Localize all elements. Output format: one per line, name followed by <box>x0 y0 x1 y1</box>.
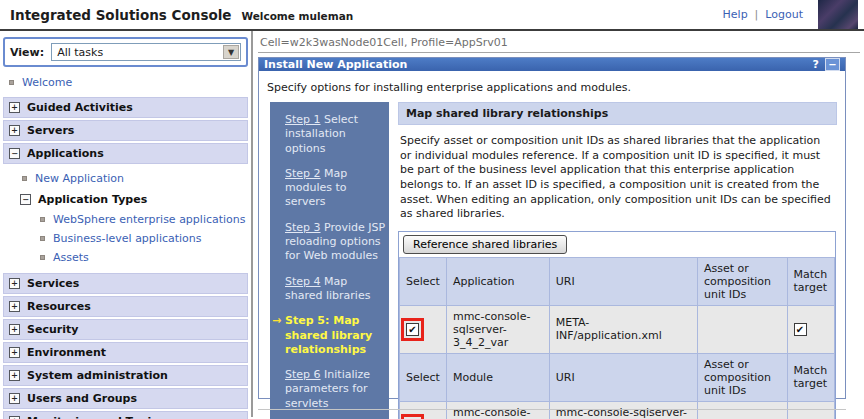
top-banner: Integrated Solutions Console Welcome mul… <box>0 0 864 31</box>
sidebar-section-monitoring-and-tuning[interactable]: + Monitoring and Tuning <box>3 411 248 419</box>
sidebar-item-business-level-applications[interactable]: Business-level applications <box>0 229 251 248</box>
panel-minimize-icon[interactable]: − <box>825 58 840 71</box>
wizard-steps-rail: Step 1 Select installation options Step … <box>270 102 389 419</box>
sidebar-item-label: Business-level applications <box>53 232 202 245</box>
shared-library-table-container: Reference shared libraries Select Applic… <box>398 231 836 419</box>
view-label: View: <box>10 46 44 59</box>
bullet-icon <box>40 217 45 222</box>
reference-shared-libraries-button[interactable]: Reference shared libraries <box>403 235 567 254</box>
column-header-asset-ids: Asset or composition unit IDs <box>697 353 787 401</box>
section-label: Resources <box>27 300 91 313</box>
sidebar-section-servers[interactable]: + Servers <box>3 120 248 141</box>
current-step-arrow-icon: → <box>272 314 285 357</box>
step-content: Map shared library relationships Specify… <box>398 102 837 419</box>
column-header-asset-ids: Asset or composition unit IDs <box>697 257 787 305</box>
expand-icon[interactable]: + <box>9 347 20 358</box>
sidebar-item-new-application[interactable]: New Application <box>0 168 251 189</box>
expand-icon[interactable]: + <box>9 393 20 404</box>
select-application-checkbox[interactable] <box>406 323 419 336</box>
expand-icon[interactable]: + <box>9 102 20 113</box>
step-marker <box>272 368 285 411</box>
install-new-application-panel: Install New Application ? − Specify opti… <box>258 57 846 399</box>
panel-help-icon[interactable]: ? <box>813 58 819 71</box>
table-header-row-module: Select Module URI Asset or composition u… <box>400 353 835 401</box>
asset-ids-cell <box>697 305 787 353</box>
applications-children: New Application − Application Types WebS… <box>0 166 251 271</box>
logout-link[interactable]: Logout <box>765 8 803 21</box>
section-label: Environment <box>27 346 106 359</box>
bullet-icon <box>22 176 27 181</box>
shared-library-table: Select Application URI Asset or composit… <box>399 257 835 419</box>
step-link[interactable]: Step 6 <box>285 368 321 381</box>
section-label: Applications <box>27 147 104 160</box>
sidebar-item-welcome[interactable]: Welcome <box>0 70 251 95</box>
view-selector-box: View: All tasks ▼ <box>3 37 248 67</box>
step-link[interactable]: Step 4 <box>285 275 321 288</box>
sidebar-section-guided-activities[interactable]: + Guided Activities <box>3 97 248 118</box>
step-description: Specify asset or composition unit IDs as… <box>400 134 835 222</box>
match-target-checkbox[interactable] <box>794 323 807 336</box>
application-name-cell: mmc-console-sqlserver-3_4_2_var <box>446 305 549 353</box>
step-4[interactable]: Step 4 Map shared libraries <box>272 275 386 304</box>
sidebar-item-websphere-enterprise-applications[interactable]: WebSphere enterprise applications <box>0 210 251 229</box>
view-dropdown-value: All tasks <box>57 46 103 59</box>
help-link[interactable]: Help <box>723 8 748 21</box>
sidebar-section-environment[interactable]: + Environment <box>3 342 248 363</box>
sidebar-section-services[interactable]: + Services <box>3 273 248 294</box>
step-6[interactable]: Step 6 Initialize parameters for servlet… <box>272 368 386 411</box>
step-marker <box>272 167 285 210</box>
column-header-match-target: Match target <box>787 353 834 401</box>
column-header-uri: URI <box>549 257 697 305</box>
column-header-application: Application <box>446 257 549 305</box>
asset-ids-cell <box>697 401 787 419</box>
bullet-icon <box>40 236 45 241</box>
match-target-cell <box>787 401 834 419</box>
brand-banner-image <box>818 0 858 29</box>
step-3[interactable]: Step 3 Provide JSP reloading options for… <box>272 221 386 264</box>
step-content-heading: Map shared library relationships <box>398 102 837 125</box>
step-link[interactable]: Step 3 <box>285 221 321 234</box>
step-2[interactable]: Step 2 Map modules to servers <box>272 167 386 210</box>
section-label: Services <box>27 277 79 290</box>
expand-icon[interactable]: + <box>9 301 20 312</box>
sidebar-section-users-and-groups[interactable]: + Users and Groups <box>3 388 248 409</box>
banner-right: Help | Logout <box>723 0 864 29</box>
table-toolbar: Reference shared libraries <box>399 232 835 257</box>
step-5-current: → Step 5: Map shared library relationshi… <box>272 314 386 357</box>
sidebar-item-assets[interactable]: Assets <box>0 248 251 267</box>
dropdown-arrow-icon[interactable]: ▼ <box>223 45 239 59</box>
column-header-match-target: Match target <box>787 257 834 305</box>
table-row-module: mmc-console-sqlserver-3.4.2.var mmc-cons… <box>400 401 835 419</box>
step-1[interactable]: Step 1 Select installation options <box>272 113 386 156</box>
table-row-application: mmc-console-sqlserver-3_4_2_var META-INF… <box>400 305 835 353</box>
sidebar-item-label: Application Types <box>38 193 147 206</box>
expand-icon[interactable]: + <box>9 278 20 289</box>
uri-cell: META-INF/application.xml <box>549 305 697 353</box>
page: Integrated Solutions Console Welcome mul… <box>0 0 864 419</box>
wizard-body: Step 1 Select installation options Step … <box>259 99 845 419</box>
step-link[interactable]: Step 1 <box>285 113 321 126</box>
expand-icon[interactable]: + <box>9 324 20 335</box>
collapse-icon[interactable]: − <box>20 194 31 205</box>
column-header-uri: URI <box>549 353 697 401</box>
link-separator: | <box>755 8 759 21</box>
view-dropdown[interactable]: All tasks ▼ <box>51 43 241 61</box>
sidebar-section-applications[interactable]: − Applications <box>3 143 248 164</box>
sidebar-section-resources[interactable]: + Resources <box>3 296 248 317</box>
sidebar-section-security[interactable]: + Security <box>3 319 248 340</box>
bullet-icon <box>9 80 14 85</box>
step-link[interactable]: Step 2 <box>285 167 321 180</box>
collapse-icon[interactable]: − <box>9 148 20 159</box>
sidebar-section-system-administration[interactable]: + System administration <box>3 365 248 386</box>
section-label: Monitoring and Tuning <box>27 415 167 419</box>
step-marker <box>272 221 285 264</box>
sidebar-item-application-types[interactable]: − Application Types <box>0 189 251 210</box>
banner-left: Integrated Solutions Console Welcome mul… <box>0 7 723 23</box>
select-cell <box>400 401 447 419</box>
expand-icon[interactable]: + <box>9 370 20 381</box>
column-header-select: Select <box>400 353 447 401</box>
expand-icon[interactable]: + <box>9 125 20 136</box>
step-marker <box>272 113 285 156</box>
bullet-icon <box>40 255 45 260</box>
uri-cell: mmc-console-sqlserver-3.4.2.var,WEB-INF/… <box>549 401 697 419</box>
